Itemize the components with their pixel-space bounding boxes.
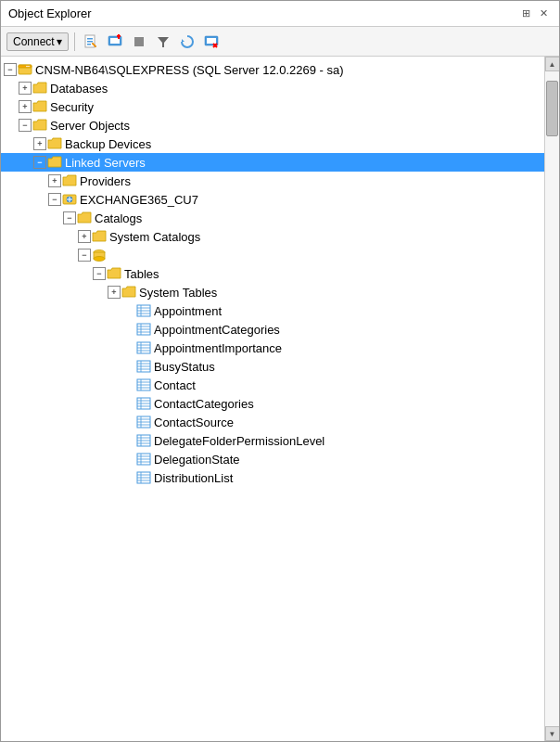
folder-icon-linked-servers: [47, 155, 62, 170]
tree-item-busy-status[interactable]: BusyStatus: [1, 357, 544, 376]
delete-icon[interactable]: [201, 32, 222, 52]
toggle-appointment-categories: [121, 322, 136, 337]
toggle-linked-servers[interactable]: [32, 155, 47, 170]
server-icon: [18, 62, 32, 77]
new-query-icon[interactable]: [81, 32, 101, 52]
toggle-providers[interactable]: [47, 173, 62, 188]
table-icon-busy-status: [136, 359, 151, 374]
tree-item-distribution-list[interactable]: DistributionList: [1, 468, 544, 487]
toggle-delegation-state: [121, 452, 136, 467]
system-tables-label: System Tables: [139, 286, 217, 300]
tree-item-appointment-importance[interactable]: AppointmentImportance: [1, 339, 544, 357]
toggle-distribution-list: [121, 470, 136, 485]
toggle-security[interactable]: [18, 99, 32, 114]
toggle-contact: [121, 377, 136, 392]
table-icon-appointment-importance: [136, 340, 151, 355]
tree-item-delegate-folder-permission[interactable]: DelegateFolderPermissionLevel: [1, 431, 544, 450]
connect-dropdown-arrow[interactable]: ▾: [57, 35, 62, 48]
svg-rect-13: [207, 38, 216, 44]
tree-item-backup-devices[interactable]: Backup Devices: [1, 134, 544, 153]
toggle-appointment: [121, 303, 136, 318]
folder-icon-system-catalogs: [92, 229, 107, 244]
delegation-state-label: DelegationState: [154, 453, 240, 467]
toggle-system-catalogs[interactable]: [77, 229, 92, 244]
stop-icon[interactable]: [129, 32, 149, 52]
vertical-scrollbar[interactable]: ▲ ▼: [544, 57, 559, 741]
svg-point-18: [28, 66, 30, 68]
tree-item-system-tables[interactable]: System Tables: [1, 283, 544, 301]
filter-icon[interactable]: [153, 32, 173, 52]
scroll-thumb[interactable]: [546, 81, 558, 136]
connect-label: Connect: [13, 35, 55, 48]
tables-label: Tables: [124, 267, 159, 281]
databases-label: Databases: [50, 82, 108, 96]
tree-item-security[interactable]: Security: [1, 97, 544, 116]
tree-item-exchange365[interactable]: EXCHANGE365_CU7: [1, 190, 544, 209]
tree-item-contact[interactable]: Contact: [1, 376, 544, 394]
folder-icon-providers: [62, 173, 77, 188]
tree-item-delegation-state[interactable]: DelegationState: [1, 450, 544, 468]
scroll-up-arrow[interactable]: ▲: [545, 57, 560, 71]
scroll-track[interactable]: [545, 71, 559, 726]
tree-item-contact-categories[interactable]: ContactCategories: [1, 394, 544, 413]
svg-rect-17: [19, 65, 32, 68]
tree-item-catalogs[interactable]: Catalogs: [1, 209, 544, 227]
toggle-tables[interactable]: [92, 266, 107, 281]
toggle-system-tables[interactable]: [107, 285, 121, 300]
tree-panel[interactable]: CNSM-NB64\SQLEXPRESS (SQL Server 12.0.22…: [1, 57, 544, 741]
tree-item-tables[interactable]: Tables: [1, 264, 544, 283]
folder-icon-catalogs: [77, 211, 92, 225]
disconnect-icon[interactable]: [105, 32, 125, 52]
connect-button[interactable]: Connect ▾: [6, 32, 69, 51]
tree-item-appointment[interactable]: Appointment: [1, 301, 544, 320]
catalogs-label: Catalogs: [95, 211, 142, 225]
table-icon-contact-source: [136, 415, 151, 429]
svg-rect-9: [134, 37, 144, 46]
svg-point-26: [94, 257, 105, 262]
refresh-icon[interactable]: [177, 32, 197, 52]
tree-item-contact-source[interactable]: ContactSource: [1, 413, 544, 431]
toggle-backup-devices[interactable]: [32, 136, 47, 151]
toggle-root[interactable]: [3, 62, 18, 77]
tree-item-database-node[interactable]: [1, 246, 544, 264]
contact-categories-label: ContactCategories: [154, 397, 254, 411]
folder-icon-system-tables: [121, 285, 136, 300]
tree-item-system-catalogs[interactable]: System Catalogs: [1, 227, 544, 246]
toggle-server-objects[interactable]: [18, 118, 32, 133]
tree-root-server[interactable]: CNSM-NB64\SQLEXPRESS (SQL Server 12.0.22…: [1, 60, 544, 79]
scroll-down-arrow[interactable]: ▼: [545, 726, 560, 741]
toggle-databases[interactable]: [18, 81, 32, 96]
pin-icon[interactable]: ⊞: [518, 7, 534, 19]
exchange365-label: EXCHANGE365_CU7: [80, 193, 198, 207]
window-title: Object Explorer: [8, 6, 92, 20]
toggle-appointment-importance: [121, 340, 136, 355]
close-icon[interactable]: ✕: [536, 7, 552, 19]
svg-point-19: [26, 66, 28, 68]
table-icon-delegation-state: [136, 452, 151, 467]
window-controls: ⊞ ✕: [518, 7, 552, 19]
tree-item-server-objects[interactable]: Server Objects: [1, 116, 544, 134]
tree-item-linked-servers[interactable]: Linked Servers: [1, 153, 544, 172]
linked-server-icon: [62, 192, 77, 207]
table-icon-contact: [136, 377, 151, 392]
tree-item-appointment-categories[interactable]: AppointmentCategories: [1, 320, 544, 339]
folder-icon-backup-devices: [47, 136, 62, 151]
toggle-exchange365[interactable]: [47, 192, 62, 207]
title-bar: Object Explorer ⊞ ✕: [1, 1, 559, 27]
tree-item-providers[interactable]: Providers: [1, 172, 544, 190]
appointment-categories-label: AppointmentCategories: [154, 323, 280, 337]
toolbar-separator-1: [74, 32, 75, 51]
tree-item-databases[interactable]: Databases: [1, 79, 544, 97]
providers-label: Providers: [80, 174, 131, 188]
toggle-contact-source: [121, 415, 136, 429]
folder-icon-security: [32, 99, 47, 114]
svg-rect-2: [87, 41, 93, 43]
content-area: CNSM-NB64\SQLEXPRESS (SQL Server 12.0.22…: [1, 57, 559, 741]
delegate-folder-permission-label: DelegateFolderPermissionLevel: [154, 434, 325, 448]
folder-icon-databases: [32, 81, 47, 96]
toggle-database-node[interactable]: [77, 248, 92, 262]
table-icon-distribution-list: [136, 470, 151, 485]
busy-status-label: BusyStatus: [154, 360, 215, 374]
table-icon-contact-categories: [136, 396, 151, 411]
toggle-catalogs[interactable]: [62, 211, 77, 225]
